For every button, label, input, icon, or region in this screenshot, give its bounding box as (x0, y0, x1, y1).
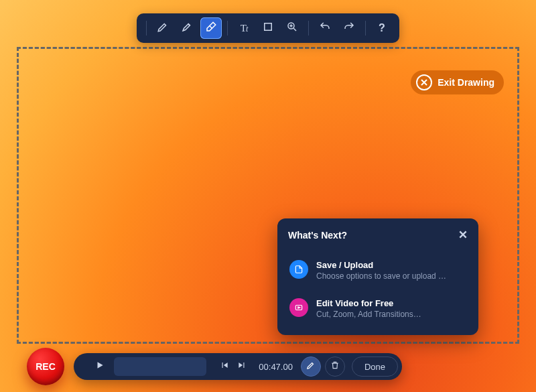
playback-control-bar: 00:47.00 Done (74, 353, 402, 380)
save-upload-icon (289, 260, 308, 279)
done-label: Done (364, 362, 385, 372)
text-icon: Tt (241, 23, 248, 34)
popup-item-title: Save / Upload (316, 260, 446, 270)
eraser-icon (205, 21, 217, 36)
toolbar-separator (308, 21, 309, 36)
popup-item-subtitle: Cut, Zoom, Add Transitions… (316, 310, 421, 319)
zoom-tool-button[interactable] (281, 17, 303, 39)
pen-icon (306, 361, 316, 373)
popup-item-subtitle: Choose options to save or upload … (316, 271, 446, 281)
svg-rect-0 (265, 23, 272, 31)
skip-back-icon (220, 361, 229, 373)
timecode: 00:47.00 (259, 362, 293, 372)
draw-toggle-button[interactable] (301, 356, 321, 377)
help-button[interactable]: ? (371, 17, 393, 39)
rectangle-icon (262, 21, 274, 36)
undo-icon (319, 21, 331, 36)
skip-forward-icon (237, 361, 247, 373)
close-icon (458, 228, 468, 242)
magnifier-icon (286, 21, 298, 36)
drawing-toolbar: Tt ? (137, 13, 399, 43)
delete-button[interactable] (325, 356, 345, 377)
done-button[interactable]: Done (352, 356, 398, 377)
skip-back-button[interactable] (216, 358, 233, 375)
skip-forward-button[interactable] (233, 358, 251, 375)
question-icon: ? (379, 22, 385, 34)
toolbar-separator (227, 21, 228, 36)
popup-item-title: Edit Video for Free (316, 298, 421, 308)
undo-button[interactable] (314, 17, 336, 39)
popup-item-edit-video[interactable]: Edit Video for Free Cut, Zoom, Add Trans… (288, 294, 468, 323)
edit-video-icon (289, 298, 308, 317)
popup-title: What's Next? (288, 230, 347, 241)
exit-drawing-button[interactable]: Exit Drawing (411, 70, 504, 94)
popup-item-text: Save / Upload Choose options to save or … (316, 260, 446, 281)
popup-close-button[interactable] (458, 229, 468, 241)
text-tool-button[interactable]: Tt (233, 17, 255, 39)
record-button[interactable]: REC (27, 348, 64, 385)
close-icon (416, 74, 432, 90)
pen-icon (157, 21, 169, 36)
redo-button[interactable] (338, 17, 360, 39)
eraser-tool-button[interactable] (200, 17, 222, 39)
highlighter-icon (181, 21, 193, 36)
record-label: REC (36, 361, 56, 372)
popup-item-text: Edit Video for Free Cut, Zoom, Add Trans… (316, 298, 421, 319)
play-button[interactable] (90, 356, 110, 377)
highlighter-tool-button[interactable] (176, 17, 198, 39)
whats-next-popup: What's Next? Save / Upload Choose option… (277, 218, 478, 335)
toolbar-separator (365, 21, 366, 36)
toolbar-separator (146, 21, 147, 36)
play-icon (95, 361, 105, 373)
exit-drawing-label: Exit Drawing (438, 77, 494, 88)
trash-icon (330, 361, 340, 373)
rectangle-tool-button[interactable] (257, 17, 279, 39)
pen-tool-button[interactable] (152, 17, 174, 39)
popup-item-save-upload[interactable]: Save / Upload Choose options to save or … (288, 256, 468, 285)
popup-header: What's Next? (288, 229, 468, 241)
redo-icon (343, 21, 355, 36)
progress-track[interactable] (114, 357, 206, 376)
